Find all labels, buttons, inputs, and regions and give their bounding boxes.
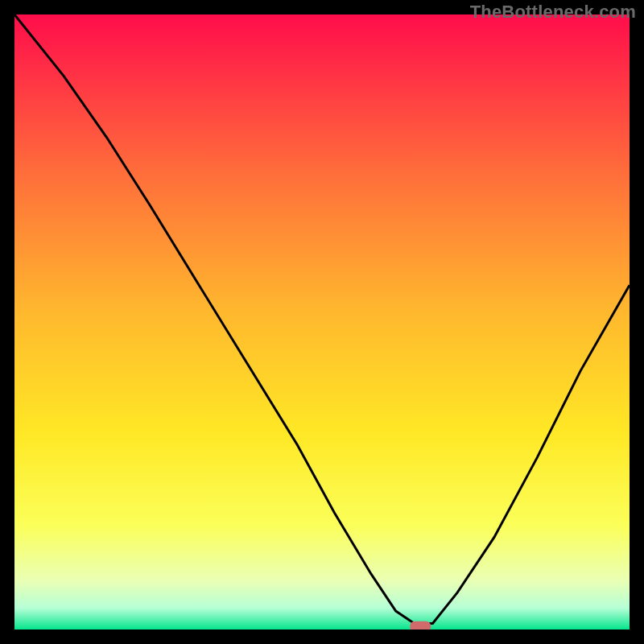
watermark-text: TheBottleneck.com <box>470 2 636 23</box>
gradient-background <box>14 14 630 630</box>
chart-svg <box>0 0 644 644</box>
bottleneck-chart: TheBottleneck.com <box>0 0 644 644</box>
